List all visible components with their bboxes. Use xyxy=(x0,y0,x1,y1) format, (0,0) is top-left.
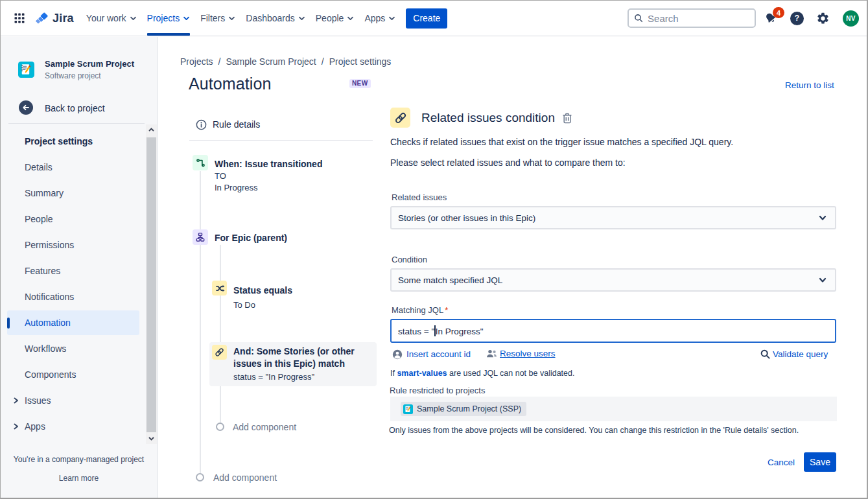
trash-icon[interactable] xyxy=(562,113,572,124)
project-type: Software project xyxy=(45,71,101,80)
sidebar-item-workflows[interactable]: Workflows xyxy=(1,336,146,362)
project-avatar-icon xyxy=(403,404,413,414)
breadcrumb-project-settings[interactable]: Project settings xyxy=(329,56,392,67)
sidebar-item-apps[interactable]: Apps xyxy=(1,413,146,439)
project-tag-label: Sample Scrum Project (SSP) xyxy=(417,404,521,413)
nav-dashboards[interactable]: Dashboards xyxy=(240,1,311,36)
person-icon xyxy=(392,349,403,360)
add-component-circle[interactable] xyxy=(196,473,204,482)
smart-values-link[interactable]: smart-values xyxy=(397,369,447,378)
jira-logo-icon[interactable] xyxy=(35,12,49,25)
new-badge: NEW xyxy=(349,79,371,88)
sidebar-item-features[interactable]: Features xyxy=(1,258,146,284)
chevron-down-icon xyxy=(347,15,354,22)
sidebar-item-permissions[interactable]: Permissions xyxy=(1,232,146,258)
sidebar-item-issues[interactable]: Issues xyxy=(1,388,146,413)
scroll-up-button[interactable] xyxy=(146,124,157,135)
learn-more-link[interactable]: Learn more xyxy=(1,474,157,483)
resolve-users-button[interactable]: Resolve users xyxy=(486,349,556,358)
condition-select[interactable]: Some match specified JQL xyxy=(390,268,836,292)
nav-projects[interactable]: Projects xyxy=(142,1,196,36)
chevron-down-icon xyxy=(183,15,190,22)
related-issues-select[interactable]: Stories (or other issues in this Epic) xyxy=(390,206,836,229)
rule-restricted-label: Rule restricted to projects xyxy=(390,386,485,395)
trigger-line3: In Progress xyxy=(215,182,322,194)
create-button[interactable]: Create xyxy=(406,8,447,29)
add-component-outer[interactable]: Add component xyxy=(213,473,277,482)
user-avatar[interactable]: NV xyxy=(843,10,859,27)
help-button[interactable]: ? xyxy=(790,12,804,25)
sidebar-item-automation[interactable]: Automation xyxy=(1,310,146,336)
scroll-down-button[interactable] xyxy=(146,434,157,444)
chain-connector-branch xyxy=(220,245,221,423)
notifications-count-badge: 4 xyxy=(773,7,784,18)
sidebar-scrollbar[interactable] xyxy=(146,124,157,444)
managed-project-note: You're in a company-managed project xyxy=(1,455,157,464)
condition-icon xyxy=(212,281,227,296)
people-icon xyxy=(486,349,497,358)
chain-item-condition1[interactable]: Status equals To Do xyxy=(233,284,292,311)
breadcrumb-project[interactable]: Sample Scrum Project xyxy=(226,56,316,67)
info-icon xyxy=(196,119,207,130)
chevron-down-icon xyxy=(228,15,235,22)
sidebar-item-notifications[interactable]: Notifications xyxy=(1,284,146,310)
breadcrumb-projects[interactable]: Projects xyxy=(180,56,213,67)
add-component-inner[interactable]: Add component xyxy=(233,423,296,432)
sidebar-item-project-settings: Project settings xyxy=(1,128,146,154)
chain-item-condition2[interactable]: And: Some Stories (or other issues in th… xyxy=(233,345,375,383)
restricted-projects-box: Sample Scrum Project (SSP) xyxy=(390,397,837,421)
trigger-title: When: Issue transitioned xyxy=(215,158,322,170)
jql-value: status = "In Progress" xyxy=(398,325,484,336)
condition2-sub: status = "In Progress" xyxy=(233,371,375,383)
rule-details-link[interactable]: Rule details xyxy=(213,120,260,129)
notifications-button[interactable]: 4 xyxy=(764,11,778,25)
project-name: Sample Scrum Project xyxy=(45,59,134,69)
search-input[interactable] xyxy=(648,13,749,24)
sidebar-item-people[interactable]: People xyxy=(1,206,146,232)
chain-item-branch[interactable]: For Epic (parent) xyxy=(215,232,287,244)
back-to-project-label[interactable]: Back to project xyxy=(45,103,105,113)
app-switcher-icon[interactable] xyxy=(14,13,25,23)
scroll-up-icon xyxy=(148,128,154,132)
panel-description: Checks if related issues that exist on t… xyxy=(390,137,733,146)
required-mark: * xyxy=(445,305,448,315)
back-to-project-button[interactable] xyxy=(19,100,33,115)
add-component-circle[interactable] xyxy=(216,423,224,431)
search-box[interactable] xyxy=(628,8,756,28)
nav-filters[interactable]: Filters xyxy=(195,1,240,36)
condition2-title: And: Some Stories (or other issues in th… xyxy=(233,345,375,370)
restriction-note: Only issues from the above projects will… xyxy=(389,426,799,435)
scrollbar-thumb[interactable] xyxy=(147,137,156,432)
insert-account-id-button[interactable]: Insert account id xyxy=(392,349,471,360)
cancel-button[interactable]: Cancel xyxy=(768,458,795,467)
panel-title: Related issues condition xyxy=(421,111,555,125)
sidebar-item-details[interactable]: Details xyxy=(1,154,146,180)
branch-icon xyxy=(193,229,208,245)
sidebar-item-summary[interactable]: Summary xyxy=(1,180,146,206)
smart-values-note: If smart-values are used JQL can not be … xyxy=(390,369,574,378)
chevron-right-icon xyxy=(13,397,19,404)
matching-jql-input[interactable]: status = "In Progress" xyxy=(390,319,836,343)
condition1-sub: To Do xyxy=(233,299,292,311)
related-issues-panel-icon xyxy=(390,108,410,128)
trigger-line2: TO xyxy=(215,170,322,182)
chain-item-trigger[interactable]: When: Issue transitioned TO In Progress xyxy=(215,158,322,194)
related-issues-label: Related issues xyxy=(392,193,447,202)
project-tag[interactable]: Sample Scrum Project (SSP) xyxy=(401,402,526,416)
breadcrumb: Projects / Sample Scrum Project / Projec… xyxy=(180,56,391,67)
chain-connector-main xyxy=(200,171,201,473)
arrow-left-icon xyxy=(22,104,30,111)
validate-query-button[interactable]: Validate query xyxy=(760,349,828,359)
chevron-down-icon xyxy=(818,275,827,284)
sidebar-item-components[interactable]: Components xyxy=(1,362,146,388)
page-title: Automation xyxy=(189,75,271,93)
nav-your-work[interactable]: Your work xyxy=(81,1,142,36)
gear-icon xyxy=(816,12,830,25)
settings-button[interactable] xyxy=(816,12,830,25)
nav-people[interactable]: People xyxy=(311,1,360,36)
save-button[interactable]: Save xyxy=(804,452,836,472)
return-to-list-link[interactable]: Return to list xyxy=(785,80,834,90)
nav-apps[interactable]: Apps xyxy=(359,1,401,36)
panel-prompt: Please select related issues and what to… xyxy=(390,158,626,167)
trigger-icon xyxy=(193,155,208,170)
